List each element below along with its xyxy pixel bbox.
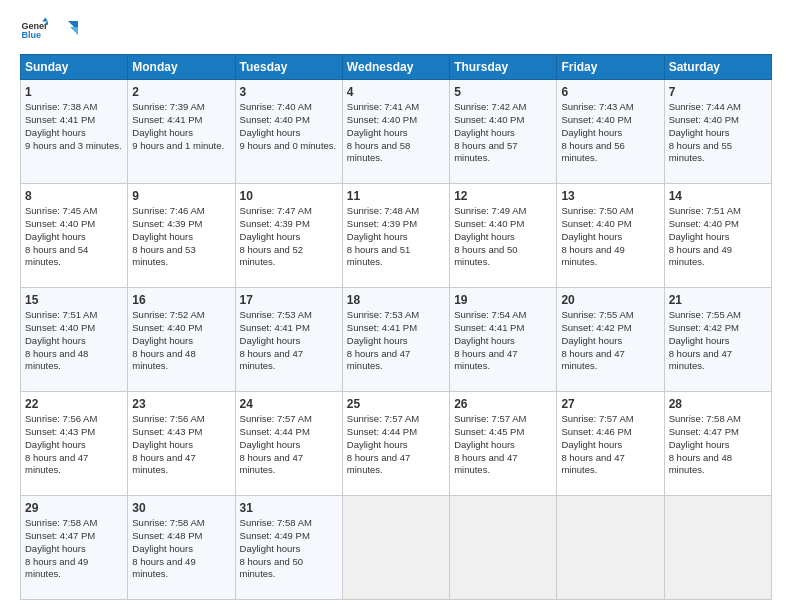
daylight-label: Daylight hours <box>561 335 622 346</box>
day-number: 12 <box>454 188 552 204</box>
sunrise-label: Sunrise: 7:57 AM <box>561 413 633 424</box>
sunset-label: Sunset: 4:44 PM <box>240 426 310 437</box>
daylight-label: Daylight hours <box>240 335 301 346</box>
sunrise-label: Sunrise: 7:54 AM <box>454 309 526 320</box>
day-number: 28 <box>669 396 767 412</box>
sunset-label: Sunset: 4:45 PM <box>454 426 524 437</box>
daylight-label: Daylight hours <box>454 439 515 450</box>
calendar-cell: 9Sunrise: 7:46 AMSunset: 4:39 PMDaylight… <box>128 184 235 288</box>
calendar-cell: 10Sunrise: 7:47 AMSunset: 4:39 PMDayligh… <box>235 184 342 288</box>
daylight-label: Daylight hours <box>347 335 408 346</box>
daylight-value: 8 hours and 49 minutes. <box>561 244 624 268</box>
daylight-value: 8 hours and 58 minutes. <box>347 140 410 164</box>
col-header-sunday: Sunday <box>21 55 128 80</box>
calendar-cell: 28Sunrise: 7:58 AMSunset: 4:47 PMDayligh… <box>664 392 771 496</box>
calendar-cell: 26Sunrise: 7:57 AMSunset: 4:45 PMDayligh… <box>450 392 557 496</box>
daylight-label: Daylight hours <box>132 335 193 346</box>
daylight-value: 8 hours and 47 minutes. <box>240 452 303 476</box>
sunrise-label: Sunrise: 7:45 AM <box>25 205 97 216</box>
calendar-cell: 25Sunrise: 7:57 AMSunset: 4:44 PMDayligh… <box>342 392 449 496</box>
daylight-value: 9 hours and 3 minutes. <box>25 140 122 151</box>
daylight-value: 9 hours and 1 minute. <box>132 140 224 151</box>
day-number: 24 <box>240 396 338 412</box>
daylight-value: 8 hours and 55 minutes. <box>669 140 732 164</box>
daylight-label: Daylight hours <box>240 127 301 138</box>
col-header-tuesday: Tuesday <box>235 55 342 80</box>
sunrise-label: Sunrise: 7:43 AM <box>561 101 633 112</box>
calendar-cell: 14Sunrise: 7:51 AMSunset: 4:40 PMDayligh… <box>664 184 771 288</box>
sunset-label: Sunset: 4:40 PM <box>454 218 524 229</box>
calendar-cell <box>557 496 664 600</box>
sunrise-label: Sunrise: 7:55 AM <box>669 309 741 320</box>
calendar-cell: 3Sunrise: 7:40 AMSunset: 4:40 PMDaylight… <box>235 80 342 184</box>
daylight-value: 8 hours and 49 minutes. <box>669 244 732 268</box>
daylight-value: 8 hours and 53 minutes. <box>132 244 195 268</box>
daylight-label: Daylight hours <box>347 127 408 138</box>
day-number: 18 <box>347 292 445 308</box>
daylight-value: 8 hours and 57 minutes. <box>454 140 517 164</box>
daylight-value: 8 hours and 52 minutes. <box>240 244 303 268</box>
daylight-label: Daylight hours <box>132 127 193 138</box>
calendar-cell: 30Sunrise: 7:58 AMSunset: 4:48 PMDayligh… <box>128 496 235 600</box>
sunrise-label: Sunrise: 7:56 AM <box>25 413 97 424</box>
logo-arrow-icon <box>56 19 78 41</box>
sunset-label: Sunset: 4:41 PM <box>240 322 310 333</box>
daylight-label: Daylight hours <box>25 335 86 346</box>
daylight-label: Daylight hours <box>669 439 730 450</box>
sunset-label: Sunset: 4:47 PM <box>669 426 739 437</box>
sunrise-label: Sunrise: 7:57 AM <box>240 413 312 424</box>
sunset-label: Sunset: 4:40 PM <box>347 114 417 125</box>
calendar-cell: 17Sunrise: 7:53 AMSunset: 4:41 PMDayligh… <box>235 288 342 392</box>
daylight-value: 8 hours and 47 minutes. <box>132 452 195 476</box>
sunrise-label: Sunrise: 7:48 AM <box>347 205 419 216</box>
daylight-label: Daylight hours <box>132 543 193 554</box>
day-number: 2 <box>132 84 230 100</box>
daylight-value: 8 hours and 47 minutes. <box>561 452 624 476</box>
daylight-value: 8 hours and 47 minutes. <box>454 348 517 372</box>
col-header-saturday: Saturday <box>664 55 771 80</box>
calendar-cell: 19Sunrise: 7:54 AMSunset: 4:41 PMDayligh… <box>450 288 557 392</box>
day-number: 30 <box>132 500 230 516</box>
daylight-label: Daylight hours <box>132 439 193 450</box>
daylight-value: 8 hours and 47 minutes. <box>454 452 517 476</box>
daylight-label: Daylight hours <box>454 127 515 138</box>
header: General Blue <box>20 16 772 44</box>
calendar-cell: 20Sunrise: 7:55 AMSunset: 4:42 PMDayligh… <box>557 288 664 392</box>
day-number: 10 <box>240 188 338 204</box>
sunrise-label: Sunrise: 7:58 AM <box>669 413 741 424</box>
logo-icon: General Blue <box>20 16 48 44</box>
sunset-label: Sunset: 4:40 PM <box>669 218 739 229</box>
sunset-label: Sunset: 4:40 PM <box>561 114 631 125</box>
daylight-label: Daylight hours <box>454 231 515 242</box>
sunrise-label: Sunrise: 7:50 AM <box>561 205 633 216</box>
daylight-value: 8 hours and 51 minutes. <box>347 244 410 268</box>
daylight-value: 8 hours and 47 minutes. <box>561 348 624 372</box>
daylight-value: 8 hours and 48 minutes. <box>669 452 732 476</box>
calendar-cell: 21Sunrise: 7:55 AMSunset: 4:42 PMDayligh… <box>664 288 771 392</box>
daylight-label: Daylight hours <box>25 543 86 554</box>
day-number: 14 <box>669 188 767 204</box>
day-number: 22 <box>25 396 123 412</box>
sunset-label: Sunset: 4:44 PM <box>347 426 417 437</box>
daylight-label: Daylight hours <box>669 335 730 346</box>
day-number: 4 <box>347 84 445 100</box>
sunrise-label: Sunrise: 7:55 AM <box>561 309 633 320</box>
sunset-label: Sunset: 4:40 PM <box>454 114 524 125</box>
daylight-label: Daylight hours <box>240 543 301 554</box>
day-number: 11 <box>347 188 445 204</box>
sunset-label: Sunset: 4:41 PM <box>347 322 417 333</box>
day-number: 20 <box>561 292 659 308</box>
calendar-cell: 8Sunrise: 7:45 AMSunset: 4:40 PMDaylight… <box>21 184 128 288</box>
calendar-cell: 15Sunrise: 7:51 AMSunset: 4:40 PMDayligh… <box>21 288 128 392</box>
sunset-label: Sunset: 4:41 PM <box>25 114 95 125</box>
daylight-label: Daylight hours <box>132 231 193 242</box>
sunrise-label: Sunrise: 7:44 AM <box>669 101 741 112</box>
calendar-cell: 11Sunrise: 7:48 AMSunset: 4:39 PMDayligh… <box>342 184 449 288</box>
logo: General Blue <box>20 16 78 44</box>
daylight-label: Daylight hours <box>561 231 622 242</box>
sunrise-label: Sunrise: 7:56 AM <box>132 413 204 424</box>
sunset-label: Sunset: 4:40 PM <box>669 114 739 125</box>
calendar-cell: 1Sunrise: 7:38 AMSunset: 4:41 PMDaylight… <box>21 80 128 184</box>
calendar-cell: 24Sunrise: 7:57 AMSunset: 4:44 PMDayligh… <box>235 392 342 496</box>
col-header-thursday: Thursday <box>450 55 557 80</box>
